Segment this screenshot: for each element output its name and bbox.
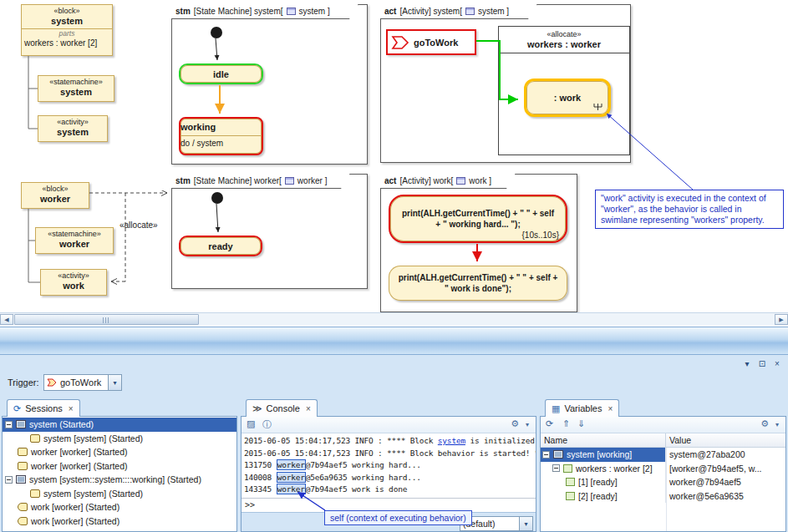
console-mode-dropdown-button[interactable]: ▾ xyxy=(519,517,532,530)
gear-icon[interactable]: ⚙ xyxy=(760,418,769,429)
variable-name-cell[interactable]: [2] [ready] xyxy=(541,489,666,504)
variable-row[interactable]: [1] [ready] worker@7b94aef5 xyxy=(541,475,785,489)
expander-icon[interactable] xyxy=(5,421,13,428)
clear-console-icon[interactable]: ▨ xyxy=(247,418,255,429)
tab-console-label: Console xyxy=(267,403,300,413)
variable-name: system [working] xyxy=(567,449,632,459)
frame-title-name: system ] xyxy=(478,7,509,16)
initial-node[interactable] xyxy=(211,192,223,204)
expander-icon[interactable] xyxy=(552,464,560,472)
block-system-shape[interactable]: «block» system parts workers : worker [2… xyxy=(21,4,113,56)
session-row[interactable]: system [system] (Started) xyxy=(3,487,236,501)
close-icon[interactable]: × xyxy=(306,404,311,413)
sessions-tree: system (Started) system [system] (Starte… xyxy=(3,418,236,528)
diagram-canvas[interactable]: «block» system parts workers : worker [2… xyxy=(0,0,788,312)
chevron-down-icon: ▾ xyxy=(524,520,527,528)
variable-row[interactable]: [2] [ready] worker@5e6a9635 xyxy=(541,489,785,504)
activity-work-shape[interactable]: «activity» work xyxy=(40,269,107,296)
state-idle[interactable]: idle xyxy=(179,63,263,84)
state-idle-label: idle xyxy=(213,69,229,79)
tab-sessions[interactable]: ⟳ Sessions × xyxy=(7,399,80,417)
scroll-left-button[interactable]: ◀ xyxy=(0,314,13,325)
tab-console[interactable]: ≫ Console × xyxy=(246,399,318,417)
initial-node[interactable] xyxy=(211,27,222,38)
comment-note[interactable]: "work" activity is executed in the conte… xyxy=(595,190,784,229)
trigger-dropdown-button[interactable]: ▾ xyxy=(108,375,121,390)
session-row[interactable]: worker [worker] (Started) xyxy=(3,445,236,459)
variable-row[interactable]: system [working] system@27aba200 xyxy=(541,448,785,462)
tab-sessions-label: Sessions xyxy=(25,403,63,413)
call-behavior-work[interactable]: : work xyxy=(524,79,611,117)
swimlane-name: workers : worker xyxy=(499,39,629,50)
duration-constraint: {10s..10s} xyxy=(522,230,559,241)
part-property-icon xyxy=(566,492,575,500)
trigger-combobox[interactable]: goToWork ▾ xyxy=(43,374,122,391)
statemachine-system-shape[interactable]: «statemachine» system xyxy=(38,75,114,102)
action-print-work-done[interactable]: print(ALH.getCurrentTime() + " " + self … xyxy=(389,266,567,301)
session-row[interactable]: system [system::system::::working] (Star… xyxy=(3,473,236,487)
variable-value: [worker@7b94aef5, w... xyxy=(666,462,785,476)
window-close-icon[interactable]: × xyxy=(771,359,783,368)
element-link[interactable]: system xyxy=(438,436,465,445)
session-row[interactable]: system (Started) xyxy=(3,418,236,432)
signal-label: goToWork xyxy=(414,38,458,48)
variable-value: worker@7b94aef5 xyxy=(666,475,785,489)
tab-variables[interactable]: ▦ Variables × xyxy=(545,399,619,417)
state-working[interactable]: working do / system xyxy=(179,117,263,155)
scroll-right-icon: ▶ xyxy=(779,317,783,323)
close-icon[interactable]: × xyxy=(608,404,613,413)
variables-toolbar: ⟳ ⇑ ⇓ ⚙ ▾ xyxy=(541,417,785,433)
log-line: 143345 worker@7b94aef5 work is done xyxy=(244,484,533,496)
chevron-down-icon[interactable]: ▾ xyxy=(775,421,779,428)
highlighted-text: worker xyxy=(277,459,306,470)
computer-icon xyxy=(16,475,26,484)
action-print-working-hard[interactable]: print(ALH.getCurrentTime() + " " + self … xyxy=(389,195,567,243)
action-print-working-hard-label: print(ALH.getCurrentTime() + " " + self … xyxy=(399,208,557,230)
close-icon[interactable]: × xyxy=(69,404,74,413)
frame-act-work-title: act [Activity] work[ work ] xyxy=(380,174,516,189)
scrollbar-thumb[interactable] xyxy=(14,314,199,325)
state-ready[interactable]: ready xyxy=(179,236,262,256)
horizontal-scrollbar[interactable]: ◀ ▶ xyxy=(0,312,788,325)
activity-system-shape[interactable]: «activity» system xyxy=(38,115,108,142)
refresh-icon[interactable]: ⟳ xyxy=(546,418,553,429)
variable-name-cell[interactable]: system [working] xyxy=(541,448,666,462)
trigger-label: Trigger: xyxy=(8,377,39,388)
session-row[interactable]: work [worker] (Started) xyxy=(3,514,236,529)
activity-work-stereotype: «activity» xyxy=(41,270,106,281)
log-line: 2015-06-05 15:04:17,523 INFO : **** Bloc… xyxy=(244,435,533,448)
column-header-value[interactable]: Value xyxy=(666,433,691,447)
frame-kind: stm xyxy=(175,176,191,185)
export-icon[interactable]: ⇑ xyxy=(562,418,570,429)
info-icon[interactable]: ⓘ xyxy=(262,418,272,431)
session-row[interactable]: worker [worker] (Started) xyxy=(3,459,236,474)
action-print-work-done-label: print(ALH.getCurrentTime() + " " + self … xyxy=(397,272,559,294)
part-property-icon xyxy=(563,464,572,473)
variable-row[interactable]: workers : worker [2] [worker@7b94aef5, w… xyxy=(541,462,785,476)
scroll-right-button[interactable]: ▶ xyxy=(775,314,788,325)
column-header-name[interactable]: Name xyxy=(541,433,666,447)
state-working-do-activity: do / system xyxy=(180,136,262,151)
statemachine-worker-shape[interactable]: «statemachine» worker xyxy=(35,227,114,254)
frame-stm-system: stm [State Machine] system[ system ] idl… xyxy=(171,4,368,165)
highlighted-text: worker xyxy=(277,472,306,483)
expander-icon[interactable] xyxy=(542,451,550,459)
window-menu-icon[interactable]: ▾ xyxy=(741,359,753,368)
console-log[interactable]: 2015-06-05 15:04:17,523 INFO : **** Bloc… xyxy=(241,433,536,498)
swimlane-workers[interactable]: «allocate» workers : worker : work xyxy=(498,26,630,155)
session-row[interactable]: system [system] (Started) xyxy=(3,432,236,446)
chevron-down-icon[interactable]: ▾ xyxy=(526,421,529,428)
gear-icon[interactable]: ⚙ xyxy=(511,418,519,429)
variable-name-cell[interactable]: workers : worker [2] xyxy=(541,462,666,476)
block-worker-shape[interactable]: «block» worker xyxy=(21,182,89,209)
column-divider[interactable] xyxy=(666,448,667,531)
accept-event-goToWork[interactable]: goToWork xyxy=(386,29,476,55)
import-icon[interactable]: ⇓ xyxy=(577,418,585,429)
variable-name: workers : worker [2] xyxy=(576,464,653,474)
session-row[interactable]: work [worker] (Started) xyxy=(3,500,236,514)
variable-value: worker@5e6a9635 xyxy=(666,489,785,504)
variable-name: [2] [ready] xyxy=(578,491,618,501)
expander-icon[interactable] xyxy=(5,476,13,484)
window-pin-icon[interactable]: ⊡ xyxy=(756,359,768,368)
variable-name-cell[interactable]: [1] [ready] xyxy=(541,475,666,489)
